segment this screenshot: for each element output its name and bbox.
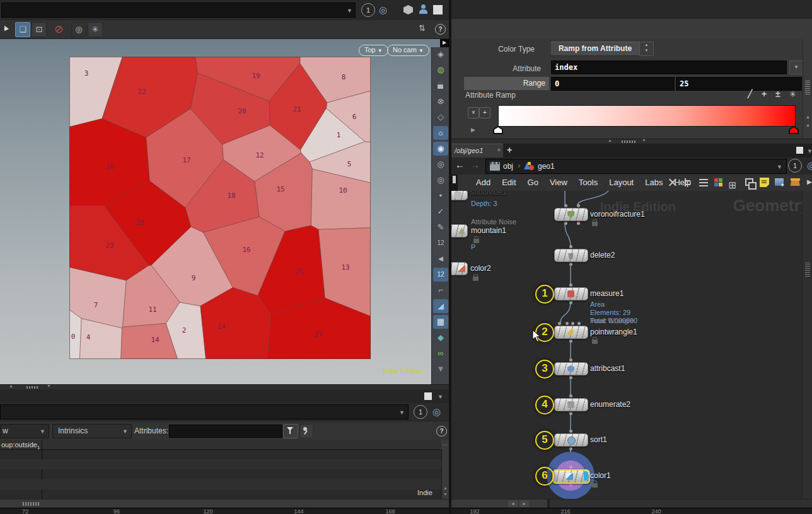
node-label[interactable]: attribcast1 (590, 364, 625, 373)
menu-item-labs[interactable]: Labs (639, 174, 668, 191)
needle-icon[interactable]: ✎ (433, 220, 448, 234)
tree-view-icon[interactable] (682, 177, 693, 188)
node-connector[interactable] (569, 412, 572, 415)
lock-camera-icon[interactable] (433, 79, 448, 93)
ramp-slide-icon[interactable]: ± (775, 89, 780, 99)
network-tab[interactable]: /obj/geo1 × (451, 144, 503, 158)
intrinsics-dropdown[interactable]: Intrinsics ▼ (52, 424, 132, 438)
ramp-key-end[interactable] (789, 126, 799, 134)
attributes-input[interactable] (169, 425, 282, 438)
gear-box-icon[interactable]: ✳ (88, 22, 103, 37)
ramp-gear-icon[interactable]: ✳ (789, 89, 796, 99)
frame-label[interactable]: 120 (203, 508, 212, 514)
voronoi-geometry[interactable]: 0123456789101112131415161718192021222324… (69, 57, 371, 359)
node-connector[interactable] (569, 465, 572, 469)
new-tab-button[interactable]: + (507, 145, 512, 155)
node-connector[interactable] (558, 322, 561, 325)
node-voronoifracture1[interactable] (554, 208, 588, 221)
ramp-expand-icon[interactable]: ▶ (471, 127, 475, 133)
secure-selection-icon[interactable]: ⊡ (32, 22, 47, 37)
menu-item-layout[interactable]: Layout (603, 174, 639, 191)
range-label-box[interactable]: Range (464, 77, 549, 90)
node-connector[interactable] (569, 301, 572, 304)
node-label[interactable]: delete2 (590, 251, 615, 260)
network-editor[interactable]: Indie Edition Geometry subdivide1 Depth:… (451, 191, 812, 499)
node-connector[interactable] (577, 222, 580, 225)
node-connector[interactable] (571, 322, 574, 325)
filter-button[interactable] (283, 424, 298, 438)
menu-item-view[interactable]: View (544, 174, 573, 191)
menu-item-add[interactable]: Add (470, 174, 496, 191)
sheet-vscrollbar[interactable]: ▲ ▼ (441, 449, 449, 499)
headlight-icon[interactable]: ☼ (433, 126, 448, 140)
visibility-icon[interactable]: ◎ (71, 22, 86, 37)
material-shading-icon[interactable]: ◉ (433, 142, 448, 156)
sheet-sync-badge[interactable]: 1 (414, 405, 427, 419)
node-connector[interactable] (569, 340, 572, 343)
sheet-path-field[interactable]: ▼ (0, 404, 409, 420)
link-target-icon[interactable]: ◎ (432, 406, 441, 418)
ramp-key-start[interactable] (493, 126, 503, 134)
background-image-icon[interactable]: + (774, 177, 786, 188)
node-connector[interactable] (564, 204, 567, 207)
points-icon[interactable]: • (433, 189, 448, 203)
frame-label[interactable]: 168 (385, 508, 395, 514)
viewport[interactable]: ▶ Top ▼ No cam ▼ 01234567891011121314151… (0, 39, 449, 384)
scroll-more-icon[interactable]: ▼ (433, 362, 448, 376)
node-connector[interactable] (566, 322, 569, 325)
frame-label[interactable]: 240 (651, 508, 661, 514)
stereo-goggles-icon[interactable]: ∞ (433, 346, 448, 360)
chevron-down-icon[interactable]: ▼ (807, 148, 812, 154)
attribute-input[interactable]: index (551, 60, 787, 74)
person-icon[interactable] (419, 4, 428, 14)
scroll-right-button[interactable]: ▸ (519, 500, 529, 507)
path-geo-label[interactable]: geo1 (538, 162, 555, 171)
vector-icon[interactable]: ◄ (433, 252, 448, 266)
color-ramp[interactable] (498, 105, 796, 127)
collapse-up-icon[interactable]: ▲ (9, 384, 13, 388)
list-view-icon[interactable] (698, 177, 709, 188)
frame-label[interactable]: 72 (22, 508, 28, 514)
select-objects-icon[interactable]: ❏ (15, 22, 30, 37)
prim-numbers-icon[interactable]: 12 (433, 268, 448, 282)
node-label[interactable]: pointwrangle1 (590, 328, 637, 336)
node-connector[interactable] (569, 263, 572, 266)
bundle-box-icon[interactable] (790, 177, 801, 188)
link-target-icon[interactable]: ◎ (379, 4, 387, 16)
node-connector[interactable] (569, 394, 572, 397)
lighting-diamond-icon[interactable]: ◇ (433, 110, 448, 124)
scene-selector-field[interactable]: ▼ (1, 3, 356, 18)
node-pointwrangle1[interactable] (554, 326, 588, 339)
menu-item-edit[interactable]: Edit (496, 174, 521, 191)
frame-label[interactable]: 216 (560, 508, 570, 514)
pane-maximize-icon[interactable] (796, 147, 803, 154)
pin-button[interactable] (299, 424, 313, 438)
snapshot-icon[interactable]: ◎ (433, 157, 448, 171)
node-label[interactable]: enumerate2 (590, 400, 630, 409)
view-layout-icon[interactable]: ◈ (433, 47, 448, 61)
node-connector[interactable] (569, 376, 572, 379)
network-sync-badge[interactable]: 1 (788, 159, 802, 173)
pane-maximize-icon[interactable] (424, 392, 432, 400)
geometry-spreadsheet[interactable]: oup:outside1 … ▲ ▼ Indie (0, 440, 449, 499)
node-connector[interactable] (569, 358, 572, 362)
param-vscrollbar[interactable]: ▲ ▼ (803, 39, 812, 139)
frame-label[interactable]: 96 (113, 508, 120, 514)
windows-icon[interactable] (744, 177, 755, 188)
path-obj-label[interactable]: obj (503, 162, 513, 171)
node-connector[interactable] (577, 204, 580, 207)
close-icon[interactable]: × (497, 147, 501, 153)
node-wire[interactable] (565, 222, 571, 246)
select-arrow-icon[interactable]: ▲ (0, 21, 11, 33)
handles-icon[interactable]: ◆ (433, 331, 448, 345)
sticky-note-icon[interactable] (759, 177, 770, 188)
sync-badge[interactable]: 1 (361, 3, 375, 17)
menu-item-tools[interactable]: Tools (573, 174, 603, 191)
chevron-down-icon[interactable]: ▼ (777, 164, 782, 170)
display-flag[interactable] (584, 471, 588, 481)
ramp-move-icon[interactable]: + (762, 89, 767, 99)
palette-icon[interactable] (713, 177, 724, 188)
color-type-spinner[interactable]: ▲▼ (639, 42, 654, 56)
scroll-left-button[interactable]: ◂ (508, 500, 518, 507)
snap-icon[interactable]: ◎ (433, 173, 448, 187)
